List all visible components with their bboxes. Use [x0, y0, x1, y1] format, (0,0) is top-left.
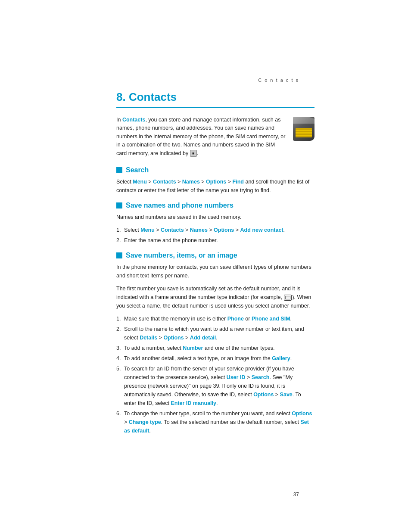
- list-item: Select Menu > Contacts > Names > Options…: [116, 226, 314, 234]
- intro-text: In Contacts, you can store and manage co…: [116, 116, 287, 158]
- contacts-link: Contacts: [122, 117, 145, 123]
- search-section-heading: Search: [116, 166, 314, 174]
- save-numbers-section-icon: [116, 252, 122, 258]
- save-numbers-para2: The first number you save is automatical…: [116, 284, 314, 310]
- names-link-2: Names: [190, 227, 208, 233]
- menu-link: Menu: [133, 179, 147, 185]
- page: C o n t a c t s 8. Contacts In Contacts,…: [0, 0, 411, 532]
- save-numbers-list: Make sure that the memory in use is eith…: [116, 314, 314, 435]
- search-section-body: Select Menu > Contacts > Names > Options…: [116, 177, 314, 195]
- list-item: To add another detail, select a text typ…: [116, 354, 314, 363]
- page-number: 37: [293, 492, 299, 498]
- chapter-header: C o n t a c t s: [0, 0, 411, 86]
- sim-card-graphic: [293, 117, 314, 141]
- chapter-title: 8. Contacts: [116, 90, 314, 108]
- phone-link: Phone: [227, 316, 244, 322]
- add-detail-link: Add detail: [190, 335, 216, 341]
- user-id-link: User ID: [227, 374, 246, 380]
- save-names-section-icon: [116, 202, 122, 208]
- save-numbers-section-heading: Save numbers, items, or an image: [116, 252, 314, 259]
- sim-indicator-icon: ■: [190, 150, 197, 157]
- add-new-contact-link: Add new contact: [240, 227, 283, 233]
- save-numbers-section-title: Save numbers, items, or an image: [126, 252, 237, 259]
- search-link: Search: [252, 374, 270, 380]
- options-link-3: Options: [163, 335, 184, 341]
- options-link-5: Options: [292, 411, 312, 417]
- chapter-number: 8.: [116, 90, 126, 103]
- phone-type-icon: [284, 295, 292, 301]
- search-section-title: Search: [126, 166, 149, 174]
- list-item: To search for an ID from the server of y…: [116, 364, 314, 408]
- enter-id-manually-link: Enter ID manually: [171, 400, 216, 406]
- save-names-section-title: Save names and phone numbers: [126, 202, 234, 209]
- save-names-section-heading: Save names and phone numbers: [116, 202, 314, 209]
- save-link: Save: [280, 392, 293, 398]
- list-item: To add a number, select Number and one o…: [116, 344, 314, 352]
- find-link: Find: [233, 179, 244, 185]
- gallery-link: Gallery: [272, 355, 290, 361]
- menu-link-2: Menu: [140, 227, 155, 233]
- search-section-icon: [116, 167, 122, 173]
- options-link-4: Options: [253, 392, 274, 398]
- number-link: Number: [183, 345, 203, 351]
- contacts-link-3: Contacts: [161, 227, 184, 233]
- save-names-list: Select Menu > Contacts > Names > Options…: [116, 226, 314, 245]
- save-names-subtitle: Names and numbers are saved in the used …: [116, 213, 314, 221]
- details-link: Details: [140, 335, 157, 341]
- intro-section: In Contacts, you can store and manage co…: [116, 116, 314, 158]
- list-item: To change the number type, scroll to the…: [116, 409, 314, 435]
- names-link: Names: [182, 179, 200, 185]
- list-item: Scroll to the name to which you want to …: [116, 325, 314, 342]
- chapter-name: Contacts: [129, 90, 177, 103]
- options-link-2: Options: [214, 227, 234, 233]
- list-item: Enter the name and the phone number.: [116, 236, 314, 245]
- main-content: 8. Contacts In Contacts, you can store a…: [116, 86, 314, 435]
- options-link: Options: [206, 179, 226, 185]
- contacts-link-2: Contacts: [153, 179, 176, 185]
- phone-and-sim-link: Phone and SIM: [252, 316, 290, 322]
- change-type-link: Change type: [129, 419, 161, 425]
- save-numbers-para1: In the phone memory for contacts, you ca…: [116, 263, 314, 280]
- list-item: Make sure that the memory in use is eith…: [116, 314, 314, 323]
- chapter-label: C o n t a c t s: [258, 78, 299, 83]
- sim-card-image: [293, 117, 314, 141]
